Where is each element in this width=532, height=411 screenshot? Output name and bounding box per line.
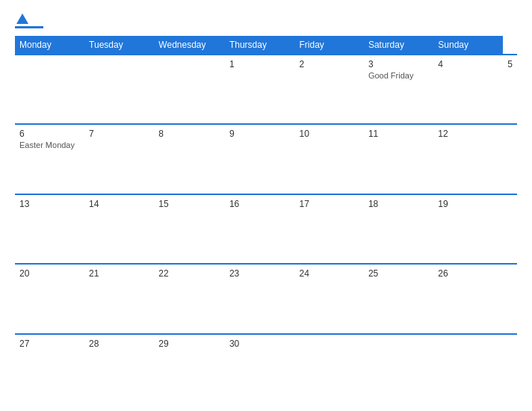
- calendar-cell: [433, 334, 503, 404]
- calendar-cell: [294, 334, 363, 404]
- calendar-cell: 3Good Friday: [364, 55, 433, 124]
- calendar-cell: 28: [84, 334, 154, 404]
- day-number: 15: [158, 199, 220, 209]
- calendar-cell: 15: [154, 194, 225, 264]
- day-number: 24: [299, 268, 359, 279]
- day-number: 22: [158, 268, 220, 279]
- calendar-cell: 19: [433, 194, 503, 264]
- calendar-cell: 2: [294, 55, 363, 124]
- calendar-cell: 11: [364, 124, 433, 194]
- calendar-cell: 9: [225, 124, 295, 194]
- weekday-header-friday: Friday: [294, 36, 363, 55]
- day-number: 16: [229, 199, 291, 209]
- day-event: Good Friday: [368, 71, 429, 80]
- calendar-cell: 21: [84, 264, 154, 333]
- calendar-cell: 7: [84, 124, 154, 194]
- calendar-cell: 17: [294, 194, 363, 264]
- calendar-cell: [154, 55, 225, 124]
- logo-underline: [15, 26, 43, 28]
- day-number: 8: [158, 129, 220, 139]
- calendar-cell: 8: [154, 124, 225, 194]
- calendar-cell: 24: [294, 264, 363, 333]
- calendar-cell: [364, 334, 433, 404]
- day-number: 20: [19, 268, 80, 279]
- day-number: 5: [507, 59, 513, 69]
- day-number: 4: [438, 59, 498, 69]
- calendar-cell: 5: [503, 55, 517, 124]
- weekday-header-saturday: Saturday: [364, 36, 433, 55]
- calendar-cell: [84, 55, 154, 124]
- day-number: 3: [368, 59, 429, 69]
- calendar-cell: 4: [433, 55, 503, 124]
- day-number: 18: [368, 199, 429, 209]
- week-row-1: 123Good Friday45: [15, 55, 517, 124]
- weekday-header-wednesday: Wednesday: [154, 36, 225, 55]
- calendar-cell: 18: [364, 194, 433, 264]
- weekday-header-monday: Monday: [15, 36, 84, 55]
- day-number: 9: [229, 129, 291, 139]
- day-number: 11: [368, 129, 429, 139]
- week-row-3: 13141516171819: [15, 194, 517, 264]
- day-number: 30: [229, 339, 291, 349]
- day-event: Easter Monday: [19, 140, 80, 149]
- weekday-header-sunday: Sunday: [433, 36, 503, 55]
- weekday-header-tuesday: Tuesday: [84, 36, 154, 55]
- day-number: 28: [89, 339, 149, 349]
- day-number: 25: [368, 268, 429, 279]
- day-number: 12: [438, 129, 498, 139]
- calendar-cell: 20: [15, 264, 84, 333]
- calendar-cell: 16: [225, 194, 295, 264]
- day-number: 13: [19, 199, 80, 209]
- day-number: 6: [19, 129, 80, 139]
- logo-triangle-icon: [16, 13, 28, 24]
- calendar-cell: 10: [294, 124, 363, 194]
- calendar-cell: [15, 55, 84, 124]
- calendar-cell: 30: [225, 334, 295, 404]
- day-number: 29: [158, 339, 220, 349]
- day-number: 14: [89, 199, 149, 209]
- calendar-cell: 29: [154, 334, 225, 404]
- calendar-cell: 23: [225, 264, 295, 333]
- day-number: 21: [89, 268, 149, 279]
- logo: [15, 13, 43, 28]
- calendar-cell: 1: [225, 55, 295, 124]
- day-number: 7: [89, 129, 149, 139]
- day-number: 27: [19, 339, 80, 349]
- day-number: 19: [438, 199, 498, 209]
- weekday-header-row: MondayTuesdayWednesdayThursdayFridaySatu…: [15, 36, 517, 55]
- calendar-cell: 26: [433, 264, 503, 333]
- calendar-cell: 22: [154, 264, 225, 333]
- week-row-5: 27282930: [15, 334, 517, 404]
- calendar-cell: 14: [84, 194, 154, 264]
- weekday-header-thursday: Thursday: [225, 36, 295, 55]
- day-number: 1: [229, 59, 291, 69]
- calendar-cell: 6Easter Monday: [15, 124, 84, 194]
- day-number: 17: [299, 199, 359, 209]
- calendar-cell: 25: [364, 264, 433, 333]
- header: [15, 13, 517, 28]
- day-number: 23: [229, 268, 291, 279]
- calendar-table: MondayTuesdayWednesdayThursdayFridaySatu…: [15, 36, 517, 404]
- calendar-cell: 27: [15, 334, 84, 404]
- week-row-2: 6Easter Monday789101112: [15, 124, 517, 194]
- calendar-cell: 13: [15, 194, 84, 264]
- calendar-page: MondayTuesdayWednesdayThursdayFridaySatu…: [0, 0, 532, 411]
- week-row-4: 20212223242526: [15, 264, 517, 333]
- day-number: 26: [438, 268, 498, 279]
- day-number: 10: [299, 129, 359, 139]
- calendar-cell: 12: [433, 124, 503, 194]
- day-number: 2: [299, 59, 359, 69]
